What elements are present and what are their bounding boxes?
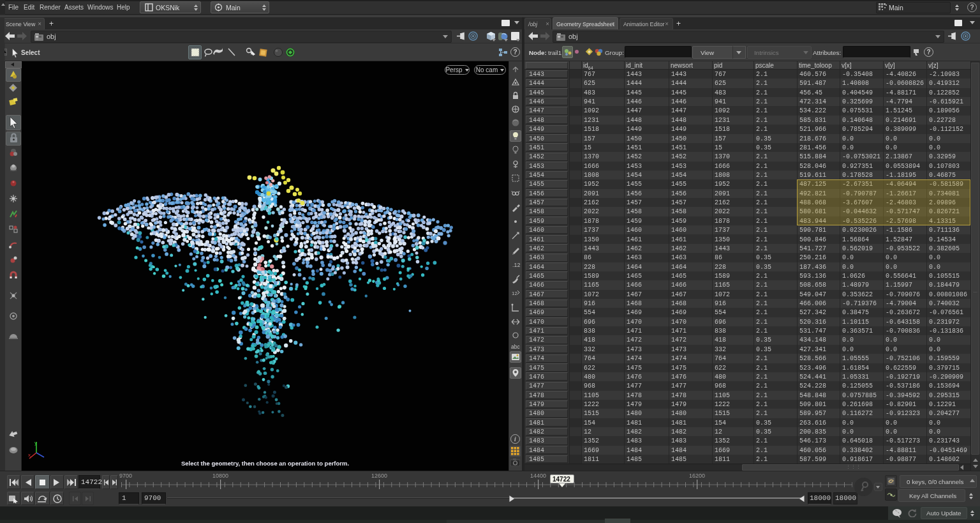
- svg-text:abc: abc: [511, 344, 520, 350]
- svg-text:y: y: [34, 440, 37, 446]
- svg-text:x: x: [28, 452, 31, 458]
- svg-text:.12: .12: [512, 262, 520, 268]
- svg-text:12: 12: [512, 291, 517, 296]
